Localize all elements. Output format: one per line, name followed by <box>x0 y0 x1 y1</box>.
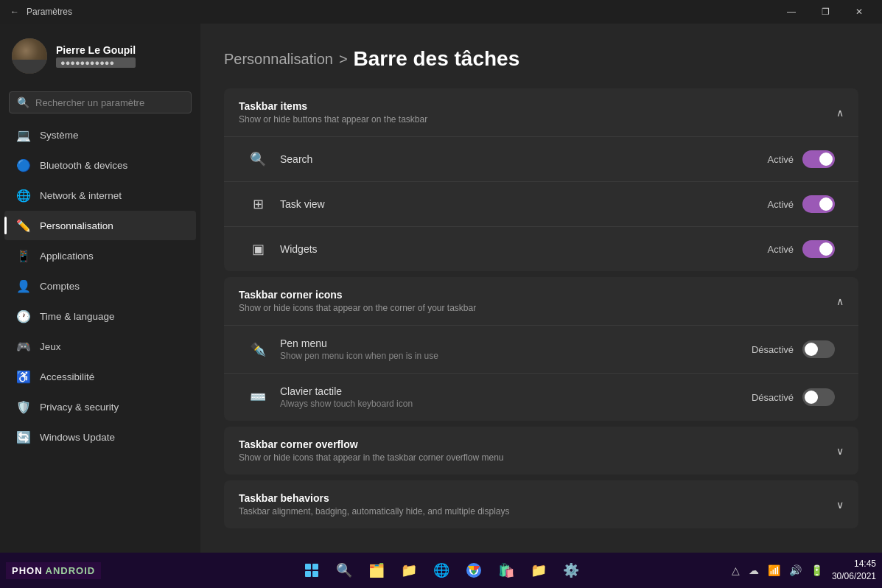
setting-right-taskview: Activé <box>768 195 835 213</box>
battery-icon[interactable]: 🔋 <box>808 561 826 579</box>
toggle-taskview[interactable] <box>802 195 835 213</box>
sidebar: Pierre Le Goupil ●●●●●●●●●●● 🔍 💻 Système… <box>0 24 200 553</box>
close-button[interactable]: ✕ <box>842 0 876 24</box>
android-text: ANDROID <box>46 565 96 576</box>
setting-labels-widgets: Widgets <box>280 243 318 255</box>
nav-label-systeme: Système <box>40 130 79 141</box>
setting-icon-taskview: ⊞ <box>248 194 268 214</box>
wifi-icon[interactable]: 📶 <box>765 561 783 579</box>
main-layout: Pierre Le Goupil ●●●●●●●●●●● 🔍 💻 Système… <box>0 24 882 553</box>
taskbar-explorer-icon[interactable]: 📁 <box>394 556 424 585</box>
nav-label-jeux: Jeux <box>40 341 61 352</box>
toggle-widgets[interactable] <box>802 240 835 258</box>
section-header-text-taskbar-corner-icons: Taskbar corner icons Show or hide icons … <box>239 289 476 313</box>
taskbar-center: 🔍 🗂️ 📁 🌐 🛍️ 📁 ⚙️ <box>297 556 586 585</box>
taskbar-search-icon[interactable]: 🔍 <box>329 556 359 585</box>
section-header-taskbar-behaviors[interactable]: Taskbar behaviors Taskbar alignment, bad… <box>224 480 858 528</box>
section-title-taskbar-corner-icons: Taskbar corner icons <box>239 289 476 301</box>
setting-status-search: Activé <box>768 154 794 165</box>
sidebar-item-personnalisation[interactable]: ✏️ Personnalisation <box>4 211 196 240</box>
nav-label-network: Network & internet <box>40 190 122 201</box>
section-taskbar-items: Taskbar items Show or hide buttons that … <box>224 88 858 271</box>
sidebar-item-jeux[interactable]: 🎮 Jeux <box>4 332 196 361</box>
nav-label-bluetooth: Bluetooth & devices <box>40 160 127 171</box>
user-name: Pierre Le Goupil <box>56 44 136 56</box>
toggle-search[interactable] <box>802 150 835 168</box>
sidebar-item-update[interactable]: 🔄 Windows Update <box>4 422 196 452</box>
setting-sub-pen-menu: Show pen menu icon when pen is in use <box>280 351 438 361</box>
sidebar-item-applications[interactable]: 📱 Applications <box>4 241 196 270</box>
sidebar-item-bluetooth[interactable]: 🔵 Bluetooth & devices <box>4 150 196 180</box>
section-body-taskbar-corner-icons: ✒️ Pen menu Show pen menu icon when pen … <box>224 325 858 421</box>
section-body-taskbar-items: 🔍 Search Activé <box>224 136 858 271</box>
taskbar-settings-icon[interactable]: ⚙️ <box>556 556 586 585</box>
setting-status-clavier-tactile: Désactivé <box>752 392 794 403</box>
nav-icon-network: 🌐 <box>16 188 31 203</box>
back-button[interactable]: ← <box>9 6 21 18</box>
user-account: ●●●●●●●●●●● <box>56 57 136 68</box>
chevron-taskbar-items: ∧ <box>836 107 844 119</box>
sidebar-item-comptes[interactable]: 👤 Comptes <box>4 271 196 301</box>
section-header-taskbar-corner-icons[interactable]: Taskbar corner icons Show or hide icons … <box>224 277 858 325</box>
section-taskbar-behaviors: Taskbar behaviors Taskbar alignment, bad… <box>224 480 858 528</box>
setting-status-pen-menu: Désactivé <box>752 344 794 355</box>
clock[interactable]: 14:45 30/06/2021 <box>832 558 876 583</box>
nav-container: 💻 Système 🔵 Bluetooth & devices 🌐 Networ… <box>0 119 200 452</box>
search-box[interactable]: 🔍 <box>9 91 192 113</box>
start-button[interactable] <box>297 556 326 585</box>
section-header-taskbar-items[interactable]: Taskbar items Show or hide buttons that … <box>224 88 858 136</box>
system-tray: △ ☁ 📶 🔊 🔋 <box>729 561 826 579</box>
cloud-icon[interactable]: ☁ <box>746 561 762 579</box>
windows-logo-icon <box>305 564 318 577</box>
sidebar-item-systeme[interactable]: 💻 Système <box>4 120 196 150</box>
avatar[interactable] <box>12 38 47 74</box>
setting-label-widgets: Widgets <box>280 243 318 255</box>
sidebar-item-accessibilite[interactable]: ♿ Accessibilité <box>4 362 196 391</box>
get-help-link[interactable]: 🔒 Obtenir de l'aide <box>224 546 858 553</box>
setting-row-pen-menu: ✒️ Pen menu Show pen menu icon when pen … <box>224 326 858 374</box>
restore-button[interactable]: ❐ <box>808 0 842 24</box>
titlebar-title: Paramètres <box>27 7 72 17</box>
toggle-thumb-pen-menu <box>805 343 818 356</box>
setting-icon-clavier-tactile: ⌨️ <box>248 387 268 407</box>
section-title-taskbar-behaviors: Taskbar behaviors <box>239 492 510 504</box>
page-title: Barre des tâches <box>354 47 520 71</box>
toggle-clavier-tactile[interactable] <box>802 388 835 406</box>
toggle-thumb-widgets <box>819 242 833 256</box>
setting-row-taskview: ⊞ Task view Activé <box>224 182 858 227</box>
chevron-taskbar-corner-overflow: ∨ <box>836 445 844 457</box>
sidebar-item-time[interactable]: 🕐 Time & language <box>4 301 196 331</box>
section-header-text-taskbar-behaviors: Taskbar behaviors Taskbar alignment, bad… <box>239 492 510 517</box>
nav-icon-systeme: 💻 <box>16 127 31 142</box>
setting-icon-search: 🔍 <box>248 149 268 169</box>
time-display: 14:45 <box>832 558 876 570</box>
setting-status-widgets: Activé <box>768 244 794 255</box>
chevron-taskbar-corner-icons: ∧ <box>836 295 844 307</box>
sidebar-item-privacy[interactable]: 🛡️ Privacy & security <box>4 392 196 421</box>
search-input[interactable] <box>35 97 183 108</box>
section-subtitle-taskbar-items: Show or hide buttons that appear on the … <box>239 114 427 125</box>
section-header-taskbar-corner-overflow[interactable]: Taskbar corner overflow Show or hide ico… <box>224 427 858 475</box>
nav-icon-update: 🔄 <box>16 430 31 444</box>
taskbar-files-icon[interactable]: 🗂️ <box>362 556 391 585</box>
setting-label-pen-menu: Pen menu <box>280 337 438 349</box>
setting-icon-pen-menu: ✒️ <box>248 339 268 360</box>
setting-icon-widgets: ▣ <box>248 239 268 259</box>
breadcrumb: Personnalisation > Barre des tâches <box>224 47 858 71</box>
breadcrumb-parent: Personnalisation <box>224 51 333 68</box>
setting-labels-pen-menu: Pen menu Show pen menu icon when pen is … <box>280 337 438 361</box>
taskbar-store-icon[interactable]: 🛍️ <box>491 556 521 585</box>
taskbar-edge-icon[interactable]: 🌐 <box>427 556 456 585</box>
volume-icon[interactable]: 🔊 <box>786 561 805 579</box>
taskbar-chrome-icon[interactable] <box>459 556 489 585</box>
sidebar-item-network[interactable]: 🌐 Network & internet <box>4 181 196 210</box>
tray-arrow-icon[interactable]: △ <box>729 561 743 579</box>
minimize-button[interactable]: — <box>774 0 808 24</box>
toggle-pen-menu[interactable] <box>802 340 835 358</box>
setting-right-clavier-tactile: Désactivé <box>752 388 835 406</box>
nav-icon-privacy: 🛡️ <box>16 399 31 414</box>
nav-icon-accessibilite: ♿ <box>16 369 31 384</box>
section-subtitle-taskbar-behaviors: Taskbar alignment, badging, automaticall… <box>239 506 510 517</box>
section-subtitle-taskbar-corner-icons: Show or hide icons that appear on the co… <box>239 303 476 313</box>
taskbar-mail-icon[interactable]: 📁 <box>524 556 553 585</box>
